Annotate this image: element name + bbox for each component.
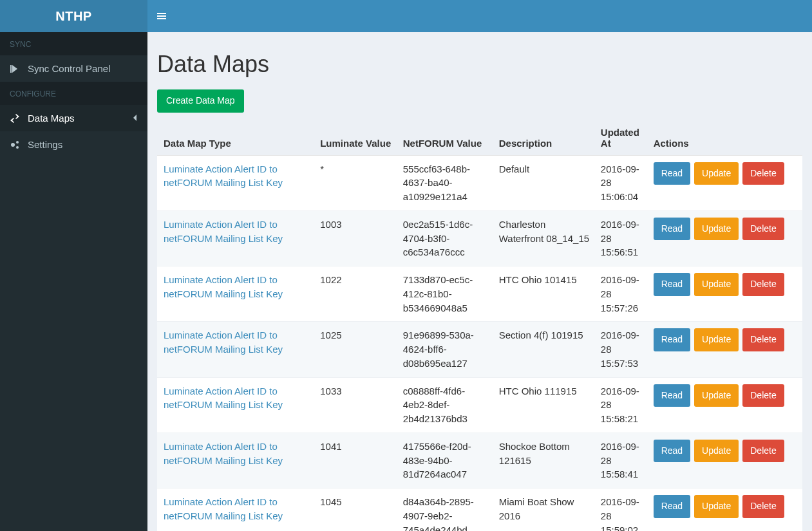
col-header-luminate: Luminate Value — [315, 120, 398, 156]
cell-updated-at: 2016-09-28 15:56:51 — [596, 210, 648, 266]
cell-netforum-value: 7133d870-ec5c-412c-81b0-b534669048a5 — [398, 266, 494, 322]
read-button[interactable]: Read — [654, 495, 690, 518]
read-button[interactable]: Read — [654, 162, 690, 185]
table-row: Luminate Action Alert ID to netFORUM Mai… — [157, 433, 802, 488]
cell-netforum-value: d84a364b-2895-4907-9eb2-745a4de244bd — [398, 489, 494, 531]
update-button[interactable]: Update — [694, 440, 739, 463]
sidebar-item-label: Settings — [28, 139, 138, 150]
svg-marker-4 — [12, 65, 17, 73]
update-button[interactable]: Update — [694, 218, 739, 241]
table-row: Luminate Action Alert ID to netFORUM Mai… — [157, 322, 802, 377]
data-map-type-link[interactable]: Luminate Action Alert ID to netFORUM Mai… — [164, 219, 283, 244]
cell-description: HTC Ohio 101415 — [494, 266, 596, 322]
cell-netforum-value: 91e96899-530a-4624-bff6-d08b695ea127 — [398, 322, 494, 377]
cell-luminate-value: 1003 — [315, 210, 398, 266]
svg-rect-0 — [157, 13, 166, 14]
cell-actions: ReadUpdateDelete — [648, 489, 802, 531]
cell-description: HTC Ohio 111915 — [494, 377, 596, 433]
cell-actions: ReadUpdateDelete — [648, 266, 802, 322]
data-map-type-link[interactable]: Luminate Action Alert ID to netFORUM Mai… — [164, 386, 283, 411]
read-button[interactable]: Read — [654, 273, 690, 296]
sidebar-item-label: Sync Control Panel — [28, 63, 138, 74]
sidebar-item-settings[interactable]: Settings — [0, 131, 147, 158]
cell-actions: ReadUpdateDelete — [648, 210, 802, 266]
cell-updated-at: 2016-09-28 15:57:26 — [596, 266, 648, 322]
cell-luminate-value: 1045 — [315, 489, 398, 531]
table-header-row: Data Map Type Luminate Value NetFORUM Va… — [157, 120, 802, 156]
cell-luminate-value: 1022 — [315, 266, 398, 322]
sidebar: SYNC Sync Control Panel CONFIGURE Data M… — [0, 32, 147, 531]
table-row: Luminate Action Alert ID to netFORUM Mai… — [157, 155, 802, 210]
read-button[interactable]: Read — [654, 384, 690, 407]
delete-button[interactable]: Delete — [742, 495, 784, 518]
delete-button[interactable]: Delete — [742, 162, 784, 185]
col-header-type: Data Map Type — [157, 120, 315, 156]
sidebar-item-data-maps[interactable]: Data Maps — [0, 105, 147, 131]
data-map-type-link[interactable]: Luminate Action Alert ID to netFORUM Mai… — [164, 330, 283, 355]
cell-description: Section 4(f) 101915 — [494, 322, 596, 377]
cogs-icon — [10, 140, 23, 150]
cell-updated-at: 2016-09-28 15:06:04 — [596, 155, 648, 210]
update-button[interactable]: Update — [694, 495, 739, 518]
update-button[interactable]: Update — [694, 273, 739, 296]
update-button[interactable]: Update — [694, 384, 739, 407]
data-maps-table: Data Map Type Luminate Value NetFORUM Va… — [157, 120, 802, 531]
cell-netforum-value: 0ec2a515-1d6c-4704-b3f0-c6c534a76ccc — [398, 210, 494, 266]
sidebar-item-sync-control-panel[interactable]: Sync Control Panel — [0, 55, 147, 82]
svg-point-8 — [16, 146, 19, 149]
data-map-type-link[interactable]: Luminate Action Alert ID to netFORUM Mai… — [164, 496, 283, 521]
data-map-type-link[interactable]: Luminate Action Alert ID to netFORUM Mai… — [164, 163, 283, 189]
cell-netforum-value: c08888ff-4fd6-4eb2-8def-2b4d21376bd3 — [398, 377, 494, 433]
cell-luminate-value: 1041 — [315, 433, 398, 488]
brand-logo[interactable]: NTHP — [0, 0, 147, 32]
content: Data Maps Create Data Map Data Map Type … — [147, 32, 812, 531]
svg-rect-1 — [157, 15, 166, 17]
col-header-description: Description — [494, 120, 596, 156]
sidebar-item-label: Data Maps — [28, 113, 133, 124]
data-map-type-link[interactable]: Luminate Action Alert ID to netFORUM Mai… — [164, 441, 283, 466]
cell-netforum-value: 555ccf63-648b-4637-ba40-a10929e121a4 — [398, 155, 494, 210]
svg-point-7 — [16, 141, 19, 144]
table-row: Luminate Action Alert ID to netFORUM Mai… — [157, 489, 802, 531]
delete-button[interactable]: Delete — [742, 384, 784, 407]
svg-rect-2 — [157, 18, 166, 19]
update-button[interactable]: Update — [694, 328, 739, 351]
read-button[interactable]: Read — [654, 440, 690, 463]
cell-actions: ReadUpdateDelete — [648, 322, 802, 377]
chevron-left-icon — [133, 114, 138, 123]
bars-icon — [157, 12, 166, 21]
cell-luminate-value: * — [315, 155, 398, 210]
cell-description: Default — [494, 155, 596, 210]
svg-point-6 — [11, 143, 15, 147]
sidebar-group-sync: SYNC — [0, 32, 147, 55]
cell-luminate-value: 1025 — [315, 322, 398, 377]
data-map-type-link[interactable]: Luminate Action Alert ID to netFORUM Mai… — [164, 274, 283, 299]
delete-button[interactable]: Delete — [742, 440, 784, 463]
read-button[interactable]: Read — [654, 218, 690, 241]
cell-updated-at: 2016-09-28 15:57:53 — [596, 322, 648, 377]
delete-button[interactable]: Delete — [742, 328, 784, 351]
col-header-netforum: NetFORUM Value — [398, 120, 494, 156]
delete-button[interactable]: Delete — [742, 273, 784, 296]
sidebar-group-configure: CONFIGURE — [0, 82, 147, 105]
cell-updated-at: 2016-09-28 15:58:41 — [596, 433, 648, 488]
exchange-icon — [10, 114, 23, 123]
cell-description: Charleston Waterfront 08_14_15 — [494, 210, 596, 266]
cell-actions: ReadUpdateDelete — [648, 377, 802, 433]
table-row: Luminate Action Alert ID to netFORUM Mai… — [157, 266, 802, 322]
cell-updated-at: 2016-09-28 15:59:02 — [596, 489, 648, 531]
table-row: Luminate Action Alert ID to netFORUM Mai… — [157, 210, 802, 266]
col-header-updated-at: Updated At — [596, 120, 648, 156]
table-row: Luminate Action Alert ID to netFORUM Mai… — [157, 377, 802, 433]
create-data-map-button[interactable]: Create Data Map — [157, 89, 244, 113]
read-button[interactable]: Read — [654, 328, 690, 351]
sidebar-toggle[interactable] — [157, 12, 166, 21]
cell-actions: ReadUpdateDelete — [648, 433, 802, 488]
page-title: Data Maps — [157, 51, 802, 78]
cell-updated-at: 2016-09-28 15:58:21 — [596, 377, 648, 433]
update-button[interactable]: Update — [694, 162, 739, 185]
cell-actions: ReadUpdateDelete — [648, 155, 802, 210]
step-forward-icon — [10, 64, 23, 73]
delete-button[interactable]: Delete — [742, 218, 784, 241]
cell-description: Miami Boat Show 2016 — [494, 489, 596, 531]
